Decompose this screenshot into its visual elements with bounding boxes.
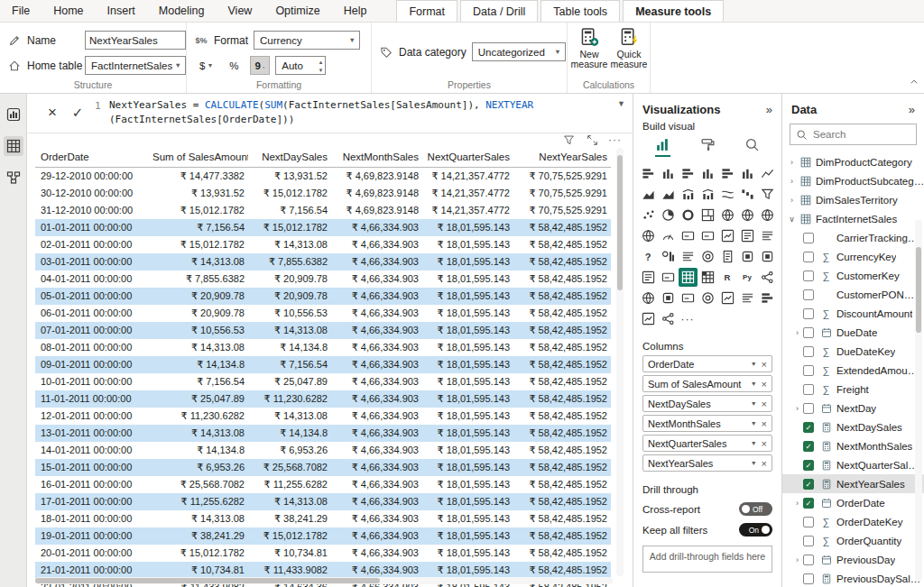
field-item-orderdate[interactable]: ›✓OrderDate [782, 493, 924, 512]
field-checkbox[interactable] [803, 271, 814, 281]
scrollbar-thumb[interactable] [617, 155, 623, 290]
more-options-icon[interactable]: ··· [608, 134, 622, 146]
field-item-nextmonthsales[interactable]: ✓NextMonthSales [782, 436, 924, 455]
visual-scatter-chart-icon[interactable] [639, 206, 658, 225]
chevron-down-icon[interactable]: ▼ [751, 420, 757, 426]
visual-r-script-icon[interactable]: R [718, 268, 737, 287]
field-item-nextquartersal[interactable]: ✓NextQuarterSal… [782, 455, 924, 474]
collapse-panel-icon[interactable]: » [909, 103, 915, 116]
field-item-discountamount[interactable]: ∑DiscountAmount [782, 304, 924, 323]
visual-area-chart-icon[interactable] [639, 185, 658, 204]
visual-network-chart-icon[interactable] [659, 309, 678, 328]
field-checkbox[interactable] [803, 289, 814, 300]
field-item-freight[interactable]: ∑Freight [782, 380, 924, 399]
percent-format-button[interactable]: % [224, 56, 244, 75]
field-well-orderdate[interactable]: OrderDate▼× [642, 355, 772, 372]
visual-table-icon[interactable] [679, 268, 698, 287]
field-well-nextmonthsales[interactable]: NextMonthSales▼× [642, 415, 772, 432]
visual-100-stacked-column-chart-icon[interactable] [738, 164, 757, 183]
expander-icon[interactable]: › [791, 404, 803, 413]
data-category-dropdown[interactable]: Uncategorized▼ [472, 42, 566, 61]
field-checkbox[interactable] [803, 555, 814, 565]
tab-measure-tools[interactable]: Measure tools [623, 0, 724, 22]
chevron-down-icon[interactable]: ▼ [751, 440, 757, 446]
expander-icon[interactable]: › [786, 196, 798, 205]
column-header-nextmonthsales[interactable]: NextMonthSales [331, 148, 422, 167]
tab-modeling[interactable]: Modeling [147, 0, 217, 22]
visual-stacked-area-chart-icon[interactable] [659, 185, 678, 204]
field-checkbox[interactable]: ✓ [803, 441, 814, 452]
remove-field-icon[interactable]: × [762, 438, 767, 449]
visual-ribbon-chart-icon[interactable] [718, 185, 737, 204]
collapse-ribbon-icon[interactable] [910, 77, 919, 89]
remove-field-icon[interactable]: × [762, 458, 767, 469]
thousands-separator-button[interactable]: 9, [250, 56, 271, 75]
expander-icon[interactable]: › [786, 177, 798, 186]
visual-kpi-icon[interactable] [718, 226, 737, 245]
field-checkbox[interactable]: ✓ [803, 479, 814, 490]
quick-measure-button[interactable]: Quick measure [609, 27, 649, 69]
visual-arcgis-map-icon[interactable] [639, 289, 658, 307]
visual-100-stacked-bar-chart-icon[interactable] [718, 164, 737, 183]
expander-icon[interactable]: › [791, 555, 803, 564]
chevron-down-icon[interactable]: ▼ [751, 361, 757, 367]
table-item-dimproductsubcateg[interactable]: ›DimProductSubcateg… [782, 171, 924, 190]
visual-donut-chart-icon[interactable] [679, 206, 698, 225]
field-item-nextday[interactable]: ›NextDay [782, 399, 924, 417]
field-item-customerpon[interactable]: CustomerPON… [782, 285, 924, 304]
visual-bullet-chart-icon[interactable] [718, 289, 737, 307]
chevron-down-icon[interactable]: ▼ [751, 381, 757, 387]
column-header-nextdaysales[interactable]: NextDaySales [248, 148, 331, 167]
visual-map-icon[interactable] [718, 206, 737, 225]
stepper-arrows-icon[interactable]: ▴▾ [319, 58, 323, 74]
field-checkbox[interactable] [803, 327, 814, 338]
field-checkbox[interactable] [803, 573, 814, 584]
field-checkbox[interactable] [803, 365, 814, 376]
column-header-nextyearsales[interactable]: NextYearSales [513, 148, 611, 167]
drill-through-drop-zone[interactable]: Add drill-through fields here [642, 546, 772, 573]
field-checkbox[interactable] [803, 384, 814, 395]
field-checkbox[interactable] [803, 517, 814, 527]
field-item-previousday[interactable]: ›PreviousDay [782, 550, 924, 569]
field-well-sum-of-salesamount[interactable]: Sum of SalesAmount▼× [642, 375, 772, 392]
field-item-duedate[interactable]: ›DueDate [782, 323, 924, 342]
home-table-dropdown[interactable]: FactInternetSales▼ [85, 56, 186, 75]
visual-slicer-icon[interactable] [738, 226, 757, 245]
field-well-nextdaysales[interactable]: NextDaySales▼× [642, 395, 772, 412]
tab-file[interactable]: File [0, 0, 42, 22]
visual-treemap-icon[interactable] [698, 206, 717, 225]
field-checkbox[interactable]: ✓ [803, 460, 814, 471]
field-checkbox[interactable] [803, 308, 814, 319]
visual-performance-flow-icon[interactable] [639, 309, 658, 328]
expander-icon[interactable]: › [791, 499, 803, 508]
field-item-currencykey[interactable]: ∑CurrencyKey [782, 247, 924, 266]
visual-line-chart-icon[interactable] [758, 164, 777, 183]
new-measure-button[interactable]: New measure [569, 27, 609, 69]
visual-python-script-icon[interactable]: Py [738, 268, 757, 287]
field-checkbox[interactable]: ✓ [803, 422, 814, 433]
cancel-formula-icon[interactable]: × [44, 105, 60, 120]
collapse-panel-icon[interactable]: » [766, 103, 772, 116]
formula-bar-expand-icon[interactable]: ▼ [617, 99, 625, 108]
field-checkbox[interactable] [803, 252, 814, 262]
visual-q-and-a-icon[interactable]: ? [639, 247, 658, 266]
tab-insert[interactable]: Insert [96, 0, 147, 22]
remove-field-icon[interactable]: × [762, 418, 767, 429]
decimal-places-stepper[interactable]: Auto▴▾ [275, 56, 326, 75]
table-item-factinternetsales[interactable]: ∨FactInternetSales [782, 209, 924, 228]
table-item-dimproductcategory[interactable]: ›DimProductCategory [782, 152, 924, 171]
visual-word-cloud-icon[interactable] [738, 289, 757, 307]
tab-view[interactable]: View [217, 0, 264, 22]
measure-name-input[interactable] [85, 31, 186, 50]
field-item-carriertracking[interactable]: CarrierTracking… [782, 228, 924, 247]
visual-text-box-icon[interactable] [758, 226, 777, 245]
visual-power-apps-icon[interactable] [738, 247, 757, 266]
more-visuals-button[interactable]: ··· [679, 309, 698, 328]
visual-metrics-icon[interactable] [698, 247, 717, 266]
field-item-extendedamou[interactable]: ∑ExtendedAmou… [782, 361, 924, 380]
visual-filled-map-icon[interactable] [738, 206, 757, 225]
visual-line-and-clustered-column-chart-icon[interactable] [698, 185, 717, 204]
field-checkbox[interactable] [803, 536, 814, 546]
expander-icon[interactable]: › [786, 158, 798, 167]
report-view-icon[interactable] [4, 105, 23, 124]
